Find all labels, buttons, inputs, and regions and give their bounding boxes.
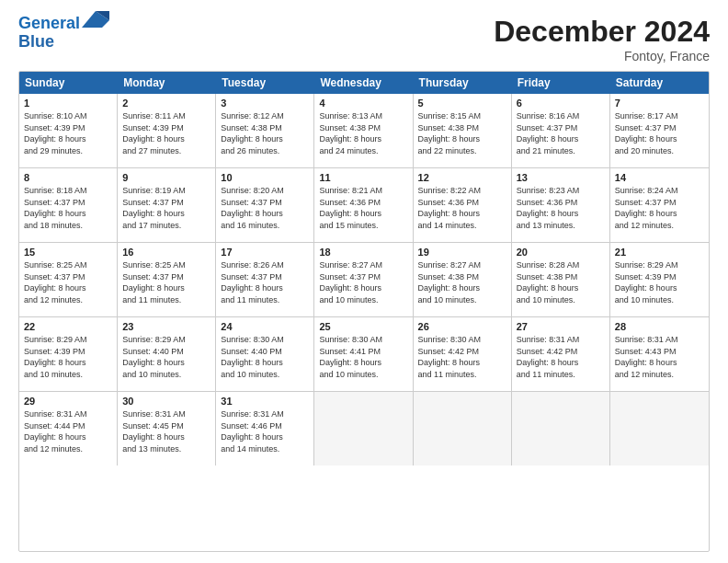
cell-info: Sunrise: 8:31 AM Sunset: 4:43 PM Dayligh…: [615, 334, 704, 380]
week-row-3: 15Sunrise: 8:25 AM Sunset: 4:37 PM Dayli…: [19, 242, 709, 316]
day-number: 8: [24, 172, 112, 183]
cal-cell-3-3: 25Sunrise: 8:30 AM Sunset: 4:41 PM Dayli…: [314, 317, 413, 391]
day-number: 13: [517, 172, 605, 183]
header-thursday: Thursday: [414, 72, 512, 94]
cal-cell-4-5: [512, 392, 610, 465]
day-number: 18: [319, 247, 407, 258]
cal-cell-0-3: 4Sunrise: 8:13 AM Sunset: 4:38 PM Daylig…: [314, 94, 413, 167]
day-number: 17: [221, 247, 309, 258]
logo-text-line2: Blue: [18, 33, 109, 52]
cal-cell-2-5: 20Sunrise: 8:28 AM Sunset: 4:38 PM Dayli…: [512, 243, 610, 316]
cell-info: Sunrise: 8:31 AM Sunset: 4:45 PM Dayligh…: [122, 408, 210, 454]
day-number: 3: [221, 98, 309, 109]
day-number: 28: [615, 321, 704, 332]
cell-info: Sunrise: 8:29 AM Sunset: 4:39 PM Dayligh…: [24, 334, 112, 380]
day-number: 29: [24, 396, 112, 407]
logo-text-line1: General: [18, 15, 80, 33]
cell-info: Sunrise: 8:30 AM Sunset: 4:42 PM Dayligh…: [418, 334, 506, 380]
cal-cell-1-1: 9Sunrise: 8:19 AM Sunset: 4:37 PM Daylig…: [118, 168, 216, 242]
calendar: Sunday Monday Tuesday Wednesday Thursday…: [18, 71, 710, 552]
cell-info: Sunrise: 8:27 AM Sunset: 4:38 PM Dayligh…: [418, 259, 506, 305]
day-number: 4: [319, 98, 407, 109]
cell-info: Sunrise: 8:19 AM Sunset: 4:37 PM Dayligh…: [122, 185, 210, 231]
week-row-4: 22Sunrise: 8:29 AM Sunset: 4:39 PM Dayli…: [19, 316, 709, 391]
cell-info: Sunrise: 8:31 AM Sunset: 4:42 PM Dayligh…: [517, 334, 605, 380]
cell-info: Sunrise: 8:10 AM Sunset: 4:39 PM Dayligh…: [24, 110, 112, 156]
cal-cell-3-6: 28Sunrise: 8:31 AM Sunset: 4:43 PM Dayli…: [610, 317, 709, 391]
cell-info: Sunrise: 8:15 AM Sunset: 4:38 PM Dayligh…: [418, 110, 506, 156]
title-area: December 2024 Fontoy, France: [494, 15, 710, 63]
cell-info: Sunrise: 8:21 AM Sunset: 4:36 PM Dayligh…: [319, 185, 407, 231]
cal-cell-3-5: 27Sunrise: 8:31 AM Sunset: 4:42 PM Dayli…: [512, 317, 610, 391]
cell-info: Sunrise: 8:28 AM Sunset: 4:38 PM Dayligh…: [517, 259, 605, 305]
cell-info: Sunrise: 8:17 AM Sunset: 4:37 PM Dayligh…: [615, 110, 704, 156]
cell-info: Sunrise: 8:26 AM Sunset: 4:37 PM Dayligh…: [221, 259, 309, 305]
cell-info: Sunrise: 8:30 AM Sunset: 4:41 PM Dayligh…: [319, 334, 407, 380]
cell-info: Sunrise: 8:13 AM Sunset: 4:38 PM Dayligh…: [319, 110, 407, 156]
cal-cell-1-3: 11Sunrise: 8:21 AM Sunset: 4:36 PM Dayli…: [314, 168, 413, 242]
cal-cell-1-5: 13Sunrise: 8:23 AM Sunset: 4:36 PM Dayli…: [512, 168, 610, 242]
cal-cell-4-2: 31Sunrise: 8:31 AM Sunset: 4:46 PM Dayli…: [216, 392, 314, 465]
cell-info: Sunrise: 8:23 AM Sunset: 4:36 PM Dayligh…: [517, 185, 605, 231]
cal-cell-4-0: 29Sunrise: 8:31 AM Sunset: 4:44 PM Dayli…: [19, 392, 118, 465]
day-number: 20: [517, 247, 605, 258]
cell-info: Sunrise: 8:25 AM Sunset: 4:37 PM Dayligh…: [122, 259, 210, 305]
week-row-2: 8Sunrise: 8:18 AM Sunset: 4:37 PM Daylig…: [19, 167, 709, 242]
cell-info: Sunrise: 8:29 AM Sunset: 4:39 PM Dayligh…: [615, 259, 704, 305]
day-number: 5: [418, 98, 506, 109]
day-number: 19: [418, 247, 506, 258]
day-number: 7: [615, 98, 704, 109]
cal-cell-2-1: 16Sunrise: 8:25 AM Sunset: 4:37 PM Dayli…: [118, 243, 216, 316]
calendar-header: Sunday Monday Tuesday Wednesday Thursday…: [19, 72, 709, 94]
cal-cell-3-0: 22Sunrise: 8:29 AM Sunset: 4:39 PM Dayli…: [19, 317, 118, 391]
cal-cell-3-4: 26Sunrise: 8:30 AM Sunset: 4:42 PM Dayli…: [414, 317, 512, 391]
cell-info: Sunrise: 8:11 AM Sunset: 4:39 PM Dayligh…: [122, 110, 210, 156]
day-number: 21: [615, 247, 704, 258]
cal-cell-4-3: [314, 392, 413, 465]
logo-icon: [82, 11, 109, 33]
cell-info: Sunrise: 8:31 AM Sunset: 4:44 PM Dayligh…: [24, 408, 112, 454]
cal-cell-3-2: 24Sunrise: 8:30 AM Sunset: 4:40 PM Dayli…: [216, 317, 314, 391]
day-number: 25: [319, 321, 407, 332]
cell-info: Sunrise: 8:31 AM Sunset: 4:46 PM Dayligh…: [221, 408, 309, 454]
day-number: 26: [418, 321, 506, 332]
day-number: 1: [24, 98, 112, 109]
cell-info: Sunrise: 8:20 AM Sunset: 4:37 PM Dayligh…: [221, 185, 309, 231]
week-row-1: 1Sunrise: 8:10 AM Sunset: 4:39 PM Daylig…: [19, 94, 709, 167]
cell-info: Sunrise: 8:12 AM Sunset: 4:38 PM Dayligh…: [221, 110, 309, 156]
day-number: 2: [122, 98, 210, 109]
header-friday: Friday: [512, 72, 610, 94]
cell-info: Sunrise: 8:16 AM Sunset: 4:37 PM Dayligh…: [517, 110, 605, 156]
cal-cell-1-4: 12Sunrise: 8:22 AM Sunset: 4:36 PM Dayli…: [414, 168, 512, 242]
cal-cell-0-5: 6Sunrise: 8:16 AM Sunset: 4:37 PM Daylig…: [512, 94, 610, 167]
day-number: 6: [517, 98, 605, 109]
week-row-5: 29Sunrise: 8:31 AM Sunset: 4:44 PM Dayli…: [19, 391, 709, 465]
cal-cell-4-6: [610, 392, 709, 465]
day-number: 15: [24, 247, 112, 258]
cal-cell-2-2: 17Sunrise: 8:26 AM Sunset: 4:37 PM Dayli…: [216, 243, 314, 316]
header: General Blue December 2024 Fontoy, Franc…: [18, 15, 710, 63]
cal-cell-4-1: 30Sunrise: 8:31 AM Sunset: 4:45 PM Dayli…: [118, 392, 216, 465]
calendar-body: 1Sunrise: 8:10 AM Sunset: 4:39 PM Daylig…: [19, 94, 709, 465]
header-sunday: Sunday: [19, 72, 118, 94]
day-number: 10: [221, 172, 309, 183]
month-title: December 2024: [494, 15, 710, 49]
logo: General Blue: [18, 15, 109, 52]
cal-cell-0-6: 7Sunrise: 8:17 AM Sunset: 4:37 PM Daylig…: [610, 94, 709, 167]
cell-info: Sunrise: 8:22 AM Sunset: 4:36 PM Dayligh…: [418, 185, 506, 231]
header-tuesday: Tuesday: [216, 72, 314, 94]
cell-info: Sunrise: 8:24 AM Sunset: 4:37 PM Dayligh…: [615, 185, 704, 231]
cal-cell-1-0: 8Sunrise: 8:18 AM Sunset: 4:37 PM Daylig…: [19, 168, 118, 242]
cal-cell-2-6: 21Sunrise: 8:29 AM Sunset: 4:39 PM Dayli…: [610, 243, 709, 316]
cal-cell-0-1: 2Sunrise: 8:11 AM Sunset: 4:39 PM Daylig…: [118, 94, 216, 167]
page: General Blue December 2024 Fontoy, Franc…: [0, 0, 728, 563]
day-number: 27: [517, 321, 605, 332]
cell-info: Sunrise: 8:25 AM Sunset: 4:37 PM Dayligh…: [24, 259, 112, 305]
day-number: 12: [418, 172, 506, 183]
cal-cell-0-2: 3Sunrise: 8:12 AM Sunset: 4:38 PM Daylig…: [216, 94, 314, 167]
cell-info: Sunrise: 8:18 AM Sunset: 4:37 PM Dayligh…: [24, 185, 112, 231]
day-number: 16: [122, 247, 210, 258]
cal-cell-2-4: 19Sunrise: 8:27 AM Sunset: 4:38 PM Dayli…: [414, 243, 512, 316]
cell-info: Sunrise: 8:30 AM Sunset: 4:40 PM Dayligh…: [221, 334, 309, 380]
cal-cell-0-0: 1Sunrise: 8:10 AM Sunset: 4:39 PM Daylig…: [19, 94, 118, 167]
